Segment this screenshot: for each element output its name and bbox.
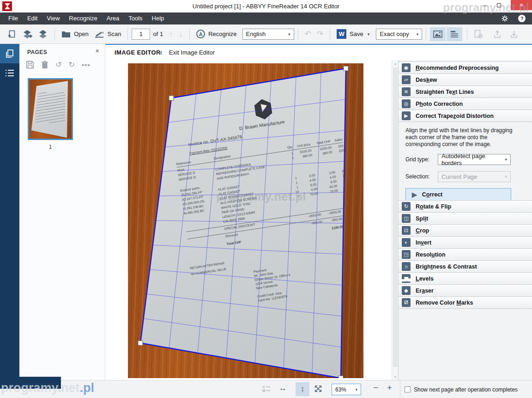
correct-button[interactable]: ▶ Correct xyxy=(405,188,511,201)
rotate-icon xyxy=(402,202,411,211)
tool-item[interactable]: Straighten Text Lines xyxy=(399,86,532,98)
language-select[interactable]: English ▾ xyxy=(242,29,294,40)
chevron-down-icon: ▾ xyxy=(355,387,357,392)
menu-item[interactable]: Edit xyxy=(23,12,42,24)
view-options-icon[interactable] xyxy=(262,385,271,392)
list-panel-tab[interactable] xyxy=(0,63,19,83)
tool-item[interactable]: Rotate & Flip xyxy=(399,201,532,213)
wavy-lines-icon xyxy=(402,87,411,96)
image-canvas: D. Brawn Manufacture Invoice no. DVT-AX-… xyxy=(105,60,392,380)
menu-item[interactable]: File xyxy=(4,12,23,24)
tool-item[interactable]: Correct Trapezoid Distortion xyxy=(399,110,532,122)
zoom-in-button[interactable]: + xyxy=(387,383,392,393)
tool-item[interactable]: Deskew xyxy=(399,74,532,86)
grid-type-label: Grid type: xyxy=(405,156,438,163)
chevron-down-icon: ▾ xyxy=(413,32,419,37)
new-project-button[interactable] xyxy=(5,28,19,41)
menu-item[interactable]: Tools xyxy=(124,12,147,24)
gear-icon[interactable] xyxy=(501,14,509,23)
next-page-arrow-icon[interactable]: ↓ xyxy=(176,30,186,38)
tool-item[interactable]: Invert xyxy=(399,237,532,249)
trapezoid-options-panel: Align the grid with the text lines by dr… xyxy=(399,122,532,200)
deskew-icon xyxy=(402,75,411,84)
menu-item[interactable]: Area xyxy=(102,12,124,24)
pages-panel-title: PAGES xyxy=(27,49,47,55)
scan-button[interactable]: Scan xyxy=(91,28,124,40)
text-view-toggle[interactable] xyxy=(447,27,462,41)
selection-label: Selection: xyxy=(405,173,438,180)
minimize-button[interactable]: – xyxy=(478,0,491,10)
eraser-icon xyxy=(402,286,411,295)
fit-height-button[interactable]: ↕ xyxy=(296,382,309,396)
menu-item[interactable]: Help xyxy=(147,12,169,24)
close-button[interactable]: × xyxy=(511,0,532,10)
save-dropdown-icon[interactable]: ▾ xyxy=(368,32,370,37)
help-icon[interactable]: ? xyxy=(518,15,526,22)
scroll-down-icon[interactable]: ▼ xyxy=(392,374,399,380)
image-stack-icon[interactable] xyxy=(35,28,51,41)
selection-field: Selection: Current Page ▾ xyxy=(405,171,525,182)
save-page-icon[interactable] xyxy=(26,61,34,69)
redo-icon[interactable]: ↷ xyxy=(314,29,326,39)
brightness-icon xyxy=(402,262,411,271)
verify-page-icon[interactable] xyxy=(471,28,486,41)
save-word-button[interactable]: W Save ▾ xyxy=(334,27,372,41)
selection-value: Current Page xyxy=(441,173,477,180)
page-number-input[interactable] xyxy=(132,29,150,40)
tools-bottom-group: Rotate & Flip Split Crop Invert xyxy=(399,200,532,309)
scrollbar-thumb[interactable] xyxy=(393,67,398,367)
send-up-icon[interactable] xyxy=(490,28,504,41)
menu-bar: FileEditViewRecognizeAreaToolsHelp xyxy=(0,12,532,24)
rotate-right-icon[interactable]: ↻ xyxy=(68,61,74,68)
exit-image-editor-link[interactable]: Exit Image Editor xyxy=(169,49,215,56)
tools-top-group: Recommended Preprocessing Deskew Straigh… xyxy=(399,61,532,122)
rotate-left-icon[interactable]: ↺ xyxy=(55,61,61,68)
zoom-out-button[interactable]: − xyxy=(373,383,378,393)
fit-width-button[interactable]: ↔ xyxy=(279,384,287,393)
scroll-up-icon[interactable]: ▲ xyxy=(392,60,399,67)
levels-icon xyxy=(402,274,411,283)
menu-item[interactable]: Recognize xyxy=(64,12,102,24)
tool-item[interactable]: Eraser xyxy=(399,285,532,297)
format-select[interactable]: Exact copy ▾ xyxy=(376,29,422,40)
language-value: English xyxy=(246,31,266,37)
close-icon[interactable]: × xyxy=(95,47,99,55)
tool-item[interactable]: Brightness & Contrast xyxy=(399,261,532,273)
send-down-icon[interactable] xyxy=(507,28,521,41)
previous-page-arrow-icon[interactable]: ↑ xyxy=(166,30,176,38)
undo-icon[interactable]: ↶ xyxy=(302,29,314,39)
selection-select: Current Page ▾ xyxy=(438,171,511,182)
tool-item[interactable]: Split xyxy=(399,213,532,225)
pages-panel-tab[interactable] xyxy=(0,44,19,63)
fit-page-button[interactable] xyxy=(314,385,322,393)
separator xyxy=(426,28,426,40)
more-options-icon[interactable]: ••• xyxy=(82,61,91,69)
pages-panel: PAGES × ↺ ↻ ••• 1 xyxy=(19,44,105,380)
tool-item[interactable]: Crop xyxy=(399,225,532,237)
page-thumbnail[interactable] xyxy=(28,78,73,140)
word-icon: W xyxy=(337,29,346,39)
trapezoid-grid[interactable] xyxy=(128,63,363,378)
zoom-select[interactable]: 63% ▾ xyxy=(332,384,361,395)
separator xyxy=(330,28,330,40)
image-view-toggle[interactable] xyxy=(430,27,446,41)
grid-type-select[interactable]: Autodetect page borders ▾ xyxy=(438,154,511,165)
tool-item[interactable]: Remove Color Marks xyxy=(399,297,532,309)
back-chevron-icon[interactable]: ‹ xyxy=(160,48,163,57)
add-images-icon[interactable] xyxy=(19,28,35,41)
open-label: Open xyxy=(74,31,89,37)
trapezoid-icon xyxy=(402,111,411,120)
menu-bar-right: ? xyxy=(501,12,526,24)
tool-item[interactable]: Resolution xyxy=(399,249,532,261)
open-button[interactable]: Open xyxy=(59,29,91,40)
grid-type-value: Autodetect page borders xyxy=(441,153,501,166)
delete-page-icon[interactable] xyxy=(41,61,48,69)
canvas-scrollbar[interactable]: ▲ ▼ xyxy=(392,60,398,380)
tool-item[interactable]: Recommended Preprocessing xyxy=(399,62,532,74)
tool-item[interactable]: Photo Correction xyxy=(399,98,532,110)
maximize-button[interactable] xyxy=(492,0,505,10)
recognize-button[interactable]: A Recognize xyxy=(193,28,239,40)
show-next-page-checkbox[interactable] xyxy=(405,386,411,392)
tool-item[interactable]: Levels xyxy=(399,273,532,285)
menu-item[interactable]: View xyxy=(42,12,64,24)
